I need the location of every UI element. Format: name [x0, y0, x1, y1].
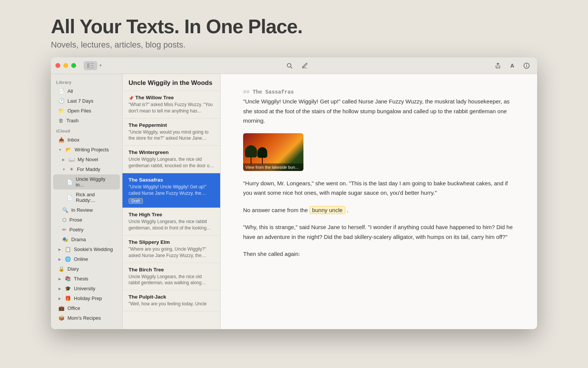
clock-icon: 🕐 — [58, 98, 64, 104]
editor-paragraph-5: Then she called again: — [243, 249, 514, 259]
doc-preview-sassafras: "Uncle Wiggily! Uncle Wiggily! Get up!" … — [129, 184, 214, 197]
doc-item-peppermint[interactable]: The Peppermint "Uncle Wiggily, would you… — [122, 119, 220, 146]
sidebar-item-poetry[interactable]: ✏ Poetry — [53, 225, 120, 234]
doc-item-birch-tree[interactable]: The Birch Tree Uncle Wiggily Longears, t… — [122, 263, 220, 291]
editor-heading: ## The Sassafras — [243, 89, 514, 95]
titlebar-center-controls — [102, 60, 492, 71]
drama-icon: 🎭 — [62, 237, 68, 242]
sidebar-item-office[interactable]: 💼 Office — [53, 303, 120, 313]
editor-image: View from the lakeside bun... — [243, 133, 303, 171]
font-button[interactable]: A — [506, 60, 518, 71]
sookies-icon: 📋 — [65, 246, 71, 252]
doc-title-willow: The Willow Tree — [135, 95, 174, 100]
doc-title-peppermint: The Peppermint — [129, 122, 214, 128]
doc-item-willow-tree[interactable]: 📌 The Willow Tree "What is?" asked Miss … — [122, 91, 220, 119]
doc-title-sassafras: The Sassafras — [129, 177, 214, 183]
university-icon: 🎓 — [65, 286, 71, 291]
editor-paragraph-1: "Uncle Wiggily! Uncle Wiggily! Get up!" … — [243, 97, 514, 126]
expand-arrow-holiday: ▶ — [58, 297, 61, 300]
sidebar: Library 📄 All 🕐 Last 7 Days 📁 Open Files… — [51, 74, 122, 329]
sidebar-item-all-label: All — [67, 88, 73, 94]
inbox-icon: 📥 — [58, 137, 64, 143]
editor-paragraph-3: No answer came from the bunny uncle . — [243, 205, 514, 215]
info-button[interactable] — [521, 60, 533, 71]
doc-item-high-tree[interactable]: The High Tree Uncle Wiggily Longears, th… — [122, 208, 220, 236]
doc-title-wintergreen: The Wintergreen — [129, 149, 214, 155]
sidebar-item-writing-projects-label: Writing Projects — [75, 147, 109, 152]
hash-icon: ## — [243, 89, 253, 95]
sidebar-toggle-button[interactable] — [84, 61, 97, 70]
sidebar-item-online-label: Online — [74, 256, 88, 262]
sidebar-item-thesis[interactable]: ▶ 📚 Thesis — [53, 274, 120, 283]
sidebar-item-writing-projects[interactable]: ▼ 📂 Writing Projects — [53, 145, 120, 154]
sidebar-item-openfiles[interactable]: 📁 Open Files — [53, 106, 120, 115]
expand-arrow-sookies: ▶ — [58, 248, 61, 251]
image-caption: View from the lakeside bun... — [243, 163, 303, 171]
online-icon: 🌐 — [65, 256, 71, 262]
sidebar-item-my-novel-label: My Novel — [78, 157, 98, 162]
compose-button[interactable] — [299, 60, 311, 71]
svg-rect-1 — [90, 63, 94, 64]
sidebar-item-drama[interactable]: 🎭 Drama — [53, 235, 120, 244]
sidebar-item-sookies-wedding[interactable]: ▶ 📋 Sookie's Wedding — [53, 245, 120, 254]
trash-icon: 🗑 — [58, 118, 63, 123]
tree-silhouette-2 — [262, 147, 263, 164]
doc-title-pulpit-jack: The Pulpit-Jack — [129, 294, 214, 300]
sidebar-item-diary-label: Diary — [67, 266, 79, 272]
titlebar-left-controls: ▾ — [81, 61, 102, 70]
sidebar-item-prose[interactable]: ⬡ Prose — [53, 215, 120, 225]
in-review-icon: 🔍 — [62, 207, 68, 213]
search-button[interactable] — [283, 60, 296, 71]
sidebar-item-my-novel[interactable]: ▶ 📖 My Novel — [53, 155, 120, 164]
sidebar-item-inbox[interactable]: 📥 Inbox — [53, 135, 120, 145]
sidebar-item-trash[interactable]: 🗑 Trash — [53, 116, 120, 125]
sidebar-item-openfiles-label: Open Files — [67, 108, 91, 114]
sidebar-item-online[interactable]: ▶ 🌐 Online — [53, 254, 120, 264]
sidebar-item-moms-recipes[interactable]: 📦 Mom's Recipes — [53, 313, 120, 323]
doclist-header: Uncle Wiggily in the Woods — [122, 74, 220, 91]
expand-arrow-writing-projects: ▼ — [58, 148, 62, 152]
doc-preview-wintergreen: Uncle Wiggily Longears, the nice old gen… — [129, 156, 214, 169]
sidebar-item-all[interactable]: 📄 All — [53, 86, 120, 96]
doc-item-pulpit-jack[interactable]: The Pulpit-Jack "Well, how are you feeli… — [122, 290, 220, 311]
sidebar-item-for-maddy-label: For Maddy — [77, 166, 100, 172]
share-button[interactable] — [492, 60, 504, 71]
minimize-button[interactable] — [63, 63, 68, 68]
editor-pane: ## The Sassafras "Uncle Wiggily! Uncle W… — [220, 74, 537, 329]
pin-icon: 📌 — [129, 96, 134, 101]
sidebar-item-rick-ruddy[interactable]: 📄 Rick and Ruddy:... — [53, 190, 120, 205]
doc-item-wintergreen[interactable]: The Wintergreen Uncle Wiggily Longears, … — [122, 146, 220, 173]
sidebar-item-holiday-prep[interactable]: ▶ 🎁 Holiday Prep — [53, 294, 120, 303]
highlight-bunny-uncle: bunny uncle — [309, 206, 345, 214]
svg-point-8 — [526, 64, 527, 65]
sidebar-item-uncle-wiggily[interactable]: 📄 Uncle Wiggily in... — [53, 174, 120, 189]
titlebar-right-controls: A — [492, 60, 533, 71]
moms-recipes-icon: 📦 — [58, 315, 64, 321]
doc-badge-draft: Draft — [129, 198, 143, 204]
doc-item-sassafras[interactable]: The Sassafras "Uncle Wiggily! Uncle Wigg… — [122, 173, 220, 208]
close-button[interactable] — [55, 63, 60, 68]
doc-preview-pulpit-jack: "Well, how are you feeling today, Uncle — [129, 301, 214, 307]
sidebar-item-last7-label: Last 7 Days — [67, 98, 93, 104]
sidebar-item-sookies-label: Sookie's Wedding — [74, 246, 113, 252]
sidebar-item-diary[interactable]: 🔒 Diary — [53, 264, 120, 274]
hero-subtitle: Novels, lectures, articles, blog posts. — [51, 40, 588, 50]
my-novel-icon: 📖 — [69, 157, 75, 162]
icloud-section-label: iCloud — [51, 126, 122, 135]
thesis-icon: 📚 — [65, 276, 71, 282]
sidebar-item-last7[interactable]: 🕐 Last 7 Days — [53, 96, 120, 106]
sidebar-item-rick-ruddy-label: Rick and Ruddy:... — [76, 192, 115, 203]
fullscreen-button[interactable] — [71, 63, 76, 68]
expand-arrow-for-maddy: ▼ — [62, 168, 66, 171]
sidebar-item-university[interactable]: ▶ 🎓 University — [53, 284, 120, 293]
hero-section: All Your Texts. In One Place. Novels, le… — [0, 0, 588, 57]
sidebar-item-for-maddy[interactable]: ▼ ☀ For Maddy — [53, 165, 120, 174]
doc-item-slippery-elm[interactable]: The Slippery Elm "Where are you going, U… — [122, 236, 220, 263]
holiday-prep-icon: 🎁 — [65, 296, 71, 301]
all-docs-icon: 📄 — [58, 88, 64, 94]
diary-icon: 🔒 — [58, 266, 64, 272]
doc-preview-peppermint: "Uncle Wiggily, would you mind going to … — [129, 129, 214, 142]
editor-paragraph-2: "Hurry down, Mr. Longears," she went on.… — [243, 179, 514, 198]
sidebar-item-in-review[interactable]: 🔍 In Review — [53, 205, 120, 215]
svg-rect-2 — [90, 65, 94, 66]
